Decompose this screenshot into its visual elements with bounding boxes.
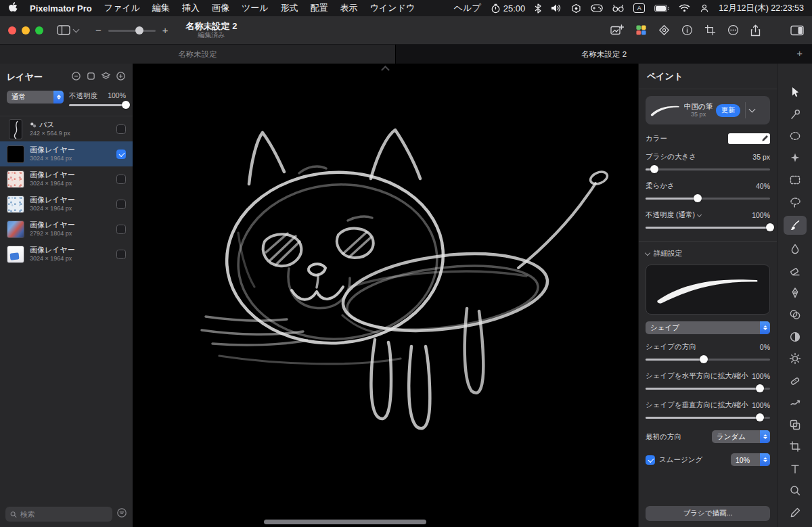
adjust-tool[interactable] (784, 350, 807, 367)
first-direction-popup[interactable]: ランダム (712, 430, 770, 443)
shape-tool[interactable] (784, 306, 807, 323)
scale-vertical-slider[interactable] (646, 413, 770, 421)
add-layer-icon[interactable] (116, 71, 126, 84)
layer-row-image[interactable]: 画像レイヤー 3024 × 1964 px (0, 191, 133, 216)
select-oval-tool[interactable] (784, 128, 807, 144)
hexagon-icon[interactable] (571, 3, 581, 14)
more-icon[interactable] (727, 24, 739, 36)
menu-help[interactable]: ヘルプ (454, 2, 481, 14)
layer-row-image[interactable]: 画像レイヤー 3024 × 1964 px (0, 166, 133, 191)
menu-format[interactable]: 形式 (281, 2, 298, 14)
layer-row-image-selected[interactable]: 画像レイヤー 3024 × 1964 px (0, 141, 133, 166)
tab-untitled-2[interactable]: 名称未設定 2 + (396, 45, 812, 64)
sidebar-toggle-icon[interactable] (790, 25, 804, 36)
shape-popup[interactable]: シェイプ (646, 321, 770, 334)
menu-window[interactable]: ウインドウ (370, 2, 415, 14)
layer-visibility-checkbox[interactable] (116, 200, 126, 209)
menu-arrange[interactable]: 配置 (311, 2, 328, 14)
new-tab-button[interactable]: + (796, 47, 803, 59)
paint-tool[interactable] (784, 216, 807, 235)
canvas[interactable] (133, 64, 638, 527)
layer-row-image[interactable]: 画像レイヤー 3024 × 1964 px (0, 242, 133, 267)
wifi-icon[interactable] (679, 4, 690, 12)
battery-icon[interactable] (654, 5, 669, 12)
erase-tool[interactable] (784, 262, 807, 279)
layer-visibility-checkbox[interactable] (116, 225, 126, 234)
effects-icon[interactable] (658, 24, 670, 36)
menu-insert[interactable]: 挿入 (182, 2, 200, 14)
search-input[interactable] (20, 510, 108, 518)
menu-edit[interactable]: 編集 (152, 2, 170, 14)
blend-mode-popup[interactable]: 通常 (7, 91, 64, 104)
close-window-button[interactable] (8, 26, 16, 35)
bluetooth-icon[interactable] (535, 3, 541, 14)
view-options-button[interactable] (57, 25, 81, 35)
layer-opacity-slider[interactable] (69, 101, 126, 109)
chevron-down-icon[interactable] (749, 106, 756, 113)
user-switch-icon[interactable] (700, 3, 709, 13)
volume-icon[interactable] (551, 3, 562, 13)
color-fill-tool[interactable] (784, 241, 807, 257)
menu-view[interactable]: 表示 (340, 2, 358, 14)
arrange-tool[interactable] (784, 84, 807, 100)
layer-visibility-checkbox[interactable] (116, 250, 126, 259)
zoom-slider-knob[interactable] (135, 26, 143, 35)
add-image-icon[interactable] (610, 24, 624, 36)
type-tool[interactable] (784, 461, 807, 477)
crop-icon[interactable] (704, 24, 716, 36)
softness-slider[interactable] (646, 194, 770, 202)
layer-mask-icon[interactable] (86, 71, 96, 84)
paint-with-brush-button[interactable]: ブラシで描画... (646, 506, 770, 521)
menu-tools[interactable]: ツール (242, 2, 269, 14)
input-source-badge[interactable]: A (633, 3, 645, 13)
layer-search-field[interactable] (5, 507, 112, 522)
rect-select-tool[interactable] (784, 172, 807, 188)
color-swatches-icon[interactable] (635, 24, 647, 36)
smoothing-checkbox[interactable] (646, 455, 655, 465)
opacity-slider[interactable] (646, 223, 770, 231)
zoom-window-button[interactable] (35, 26, 43, 35)
binoculars-icon[interactable] (612, 4, 624, 12)
layer-row-path[interactable]: パス 242 × 564.9 px (0, 116, 133, 141)
retouch-tool[interactable] (784, 373, 807, 389)
color-pick-tool[interactable] (784, 505, 807, 521)
layer-row-image[interactable]: 画像レイヤー 2792 × 1804 px (0, 216, 133, 242)
app-name[interactable]: Pixelmator Pro (30, 3, 92, 14)
layer-visibility-checkbox[interactable] (116, 150, 126, 159)
lasso-tool[interactable] (784, 194, 807, 210)
zoom-in-button[interactable]: + (162, 24, 168, 36)
gradient-tool[interactable] (784, 329, 807, 345)
layer-visibility-checkbox[interactable] (116, 124, 126, 134)
warp-tool[interactable] (784, 394, 807, 411)
zoom-tool[interactable] (784, 482, 807, 499)
zoom-out-button[interactable]: − (95, 24, 102, 36)
remove-layer-icon[interactable] (71, 71, 81, 84)
color-swatch[interactable] (728, 133, 770, 144)
shape-direction-slider[interactable] (646, 355, 770, 363)
filter-icon[interactable] (116, 507, 127, 521)
menu-file[interactable]: ファイル (104, 2, 140, 14)
clone-tool[interactable] (784, 417, 807, 433)
share-icon[interactable] (750, 24, 761, 37)
layer-stack-icon[interactable] (101, 71, 111, 84)
brush-preset-card[interactable]: 中国の筆 35 px 更新 (646, 96, 770, 124)
timer-status[interactable]: 25:00 (491, 3, 526, 14)
scale-horizontal-slider[interactable] (646, 384, 770, 392)
pen-tool[interactable] (784, 285, 807, 301)
tab-untitled[interactable]: 名称未設定 (0, 45, 396, 64)
magic-wand-tool[interactable] (784, 150, 807, 166)
info-icon[interactable] (681, 24, 693, 36)
crop-tool[interactable] (784, 438, 807, 455)
horizontal-scrollbar[interactable] (264, 520, 426, 524)
details-disclosure[interactable]: 詳細設定 (646, 249, 770, 258)
menu-image[interactable]: 画像 (212, 2, 229, 14)
smoothing-popup[interactable]: 10% (731, 453, 770, 466)
update-brush-button[interactable]: 更新 (716, 104, 740, 117)
apple-menu-icon[interactable] (8, 2, 18, 15)
style-tool[interactable] (784, 106, 807, 122)
controller-icon[interactable] (591, 4, 603, 12)
zoom-slider[interactable] (108, 26, 156, 35)
brush-size-slider[interactable] (646, 165, 770, 173)
minimize-window-button[interactable] (22, 26, 30, 35)
disclosure-chevron-icon[interactable] (697, 212, 702, 216)
